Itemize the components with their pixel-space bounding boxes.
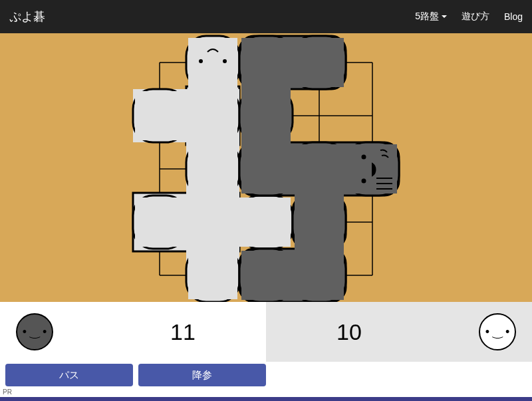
board-size-dropdown[interactable]: 5路盤 bbox=[415, 11, 447, 23]
action-row: パス 降参 bbox=[0, 362, 532, 388]
board-svg bbox=[0, 33, 532, 302]
pass-button[interactable]: パス bbox=[5, 364, 133, 386]
svg-point-46 bbox=[362, 180, 366, 183]
board-size-label: 5路盤 bbox=[415, 11, 439, 23]
svg-rect-23 bbox=[135, 91, 237, 140]
go-board[interactable] bbox=[0, 33, 532, 302]
nav-right: 5路盤 遊び方 Blog bbox=[415, 11, 523, 23]
svg-point-25 bbox=[200, 60, 202, 63]
footer: PR bbox=[0, 388, 532, 401]
caret-down-icon bbox=[442, 15, 447, 18]
svg-rect-24 bbox=[135, 198, 291, 247]
how-to-play-link[interactable]: 遊び方 bbox=[462, 11, 489, 23]
black-score-cell: • ‿ • 11 bbox=[0, 302, 266, 362]
pr-label: PR bbox=[3, 388, 12, 396]
svg-point-26 bbox=[223, 60, 226, 63]
svg-rect-22 bbox=[188, 38, 237, 299]
black-group bbox=[239, 36, 399, 302]
svg-point-45 bbox=[362, 156, 366, 159]
resign-button[interactable]: 降参 bbox=[138, 364, 266, 386]
white-score-cell: 10 • ‿ • bbox=[266, 302, 532, 362]
blog-link[interactable]: Blog bbox=[504, 11, 523, 22]
white-avatar-icon: • ‿ • bbox=[479, 313, 516, 350]
score-row: • ‿ • 11 10 • ‿ • bbox=[0, 302, 532, 362]
navbar: ぷよ碁 5路盤 遊び方 Blog bbox=[0, 0, 532, 33]
svg-rect-41 bbox=[241, 38, 344, 87]
black-avatar-icon: • ‿ • bbox=[16, 313, 53, 350]
brand: ぷよ碁 bbox=[9, 9, 45, 25]
svg-rect-44 bbox=[241, 251, 344, 300]
